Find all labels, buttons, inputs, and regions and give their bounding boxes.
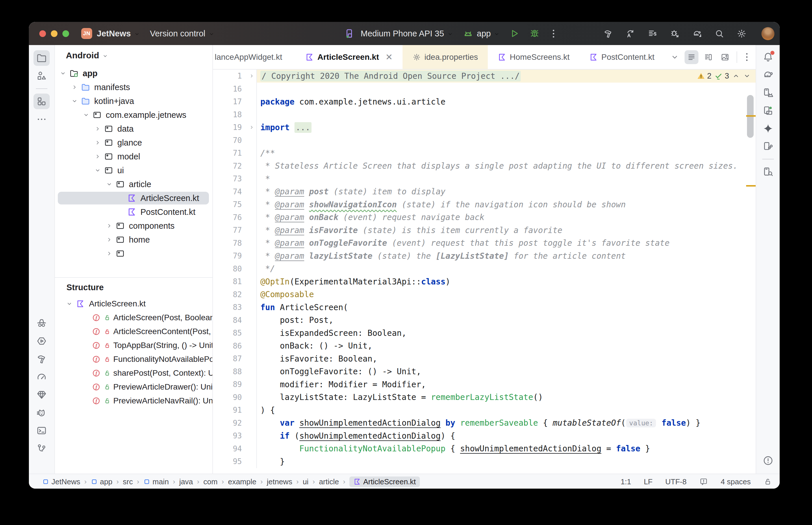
preview-toggle-button[interactable] xyxy=(718,50,732,64)
apply-changes-button[interactable] xyxy=(624,27,637,40)
tree-item-article[interactable]: article xyxy=(55,177,212,191)
structure-grid-button[interactable] xyxy=(33,93,50,109)
status-item-1:1[interactable]: 1:1 xyxy=(621,477,631,486)
debug-button[interactable] xyxy=(528,27,541,40)
breadcrumb-item-jetnews[interactable]: jetnews xyxy=(267,477,292,486)
tree-item-com.example.jetnews[interactable]: com.example.jetnews xyxy=(55,108,212,122)
tree-item-glance[interactable]: glance xyxy=(55,136,212,150)
gemini-star-button[interactable] xyxy=(760,121,776,136)
tree-item-PostContent.kt[interactable]: PostContent.kt xyxy=(55,205,212,219)
logcat-cat-button[interactable] xyxy=(33,405,50,420)
gradle-elephant-button[interactable] xyxy=(760,67,776,82)
run-button[interactable] xyxy=(508,27,521,40)
project-view-selector[interactable]: Android xyxy=(55,45,212,66)
fold-chevron-icon[interactable] xyxy=(249,124,254,130)
git-branch-button[interactable] xyxy=(33,441,50,456)
status-item-LF[interactable]: LF xyxy=(644,477,652,486)
profiler-lines-button[interactable] xyxy=(646,27,659,40)
device-explorer-button[interactable] xyxy=(760,164,776,180)
notify-bubble-icon[interactable] xyxy=(699,477,708,486)
tree-item-data[interactable]: data xyxy=(55,122,212,136)
attach-debugger-button[interactable] xyxy=(668,27,681,40)
chevron-down-icon[interactable] xyxy=(82,111,90,118)
run-configuration-selector[interactable]: app xyxy=(462,27,500,40)
code-editor[interactable]: 1/ Copyright 2020 The Android Open Sourc… xyxy=(213,70,756,474)
structure-item[interactable]: fPreviewArticleDrawer(): Unit xyxy=(55,380,212,394)
chevron-right-icon[interactable] xyxy=(94,153,102,160)
device-manager-button[interactable] xyxy=(760,85,776,101)
device-selector[interactable]: Medium Phone API 35 xyxy=(343,27,453,40)
chevron-down-icon[interactable] xyxy=(71,97,78,105)
device-mirroring-button[interactable] xyxy=(760,139,776,154)
structure-item[interactable]: fArticleScreen(Post, Boolean, xyxy=(55,311,212,325)
breadcrumb-item-java[interactable]: java xyxy=(179,477,193,486)
build-hammer-button[interactable] xyxy=(602,27,614,40)
tree-item-ArticleScreen.kt[interactable]: ArticleScreen.kt xyxy=(55,191,212,205)
tab-idea.properties[interactable]: idea.properties xyxy=(402,45,488,69)
terminal-button[interactable] xyxy=(33,423,50,438)
tab-PostContent.kt[interactable]: PostContent.kt xyxy=(579,45,664,69)
running-devices-button[interactable] xyxy=(760,103,776,118)
tab-list-dropdown-button[interactable] xyxy=(668,50,682,64)
warning-stripe-mark[interactable] xyxy=(746,115,756,117)
project-logo[interactable]: JN xyxy=(81,28,92,39)
more-actions-button[interactable] xyxy=(548,30,558,38)
chevron-down-icon[interactable] xyxy=(65,300,73,307)
next-issue-button[interactable] xyxy=(743,72,751,80)
chevron-right-icon[interactable] xyxy=(105,236,113,243)
chevron-right-icon[interactable] xyxy=(105,250,113,257)
tab-HomeScreens.kt[interactable]: HomeScreens.kt xyxy=(488,45,579,69)
chevron-down-icon[interactable] xyxy=(94,167,102,174)
window-controls[interactable] xyxy=(39,30,69,37)
structure-item[interactable]: fTopAppBar(String, () -> Unit, xyxy=(55,339,212,352)
tab-lanceAppWidget.kt[interactable]: lanceAppWidget.kt xyxy=(213,45,295,69)
zoom-window-button[interactable] xyxy=(62,30,69,37)
app-insights-diamond-button[interactable] xyxy=(33,387,50,403)
structure-item[interactable]: fsharePost(Post, Context): Un xyxy=(55,366,212,380)
warning-stripe-mark[interactable] xyxy=(746,185,756,186)
services-hex-play-button[interactable] xyxy=(33,333,50,349)
tree-item-model[interactable]: model xyxy=(55,150,212,163)
user-avatar[interactable] xyxy=(762,27,774,40)
resource-shapes-button[interactable] xyxy=(33,68,50,84)
status-item-4 spaces[interactable]: 4 spaces xyxy=(721,477,751,486)
tree-item-manifests[interactable]: manifests xyxy=(55,80,212,94)
problems-info-button[interactable] xyxy=(760,453,776,468)
structure-item[interactable]: fFunctionalityNotAvailablePop xyxy=(55,352,212,366)
app-inspection-spy-button[interactable] xyxy=(33,315,50,331)
close-window-button[interactable] xyxy=(39,30,46,37)
settings-gear-button[interactable] xyxy=(735,27,748,40)
chevron-right-icon[interactable] xyxy=(94,139,102,146)
search-button[interactable] xyxy=(713,27,726,40)
editor-more-button[interactable] xyxy=(742,53,752,61)
breadcrumb-item-app[interactable]: app xyxy=(91,477,113,486)
structure-item[interactable]: fArticleScreenContent(Post, () xyxy=(55,325,212,339)
tab-ArticleScreen.kt[interactable]: ArticleScreen.kt✕ xyxy=(295,45,402,69)
gradle-sync-button[interactable] xyxy=(691,27,703,40)
breadcrumb-item-main[interactable]: main xyxy=(143,477,169,486)
breadcrumb[interactable]: JetNews›app›src›main›java›com›example›je… xyxy=(42,477,420,487)
status-item-UTF-8[interactable]: UTF-8 xyxy=(665,477,686,486)
breadcrumb-item-ArticleScreen.kt[interactable]: ArticleScreen.kt xyxy=(349,477,420,487)
project-name-menu[interactable]: JetNews xyxy=(97,29,131,39)
breadcrumb-item-JetNews[interactable]: JetNews xyxy=(42,477,80,486)
structure-item[interactable]: fPreviewArticleNavRail(): Unit xyxy=(55,394,212,408)
fold-chevron-icon[interactable] xyxy=(249,73,254,79)
profiler-gauge-button[interactable] xyxy=(33,369,50,385)
chevron-down-icon[interactable] xyxy=(59,70,67,77)
structure-list[interactable]: ArticleScreen.ktfArticleScreen(Post, Boo… xyxy=(55,297,212,474)
breadcrumb-item-example[interactable]: example xyxy=(228,477,256,486)
notifications-bell-button[interactable] xyxy=(760,49,776,65)
tree-item-kotlin+java[interactable]: kotlin+java xyxy=(55,94,212,108)
chevron-right-icon[interactable] xyxy=(105,222,113,229)
split-editor-button[interactable] xyxy=(701,50,715,64)
project-tree[interactable]: appmanifestskotlin+javacom.example.jetne… xyxy=(55,66,212,277)
build-hammer-button[interactable] xyxy=(33,351,50,367)
breadcrumb-item-src[interactable]: src xyxy=(123,477,133,486)
tree-item-ui[interactable]: ui xyxy=(55,163,212,177)
close-tab-icon[interactable]: ✕ xyxy=(385,52,393,62)
chevron-right-icon[interactable] xyxy=(71,84,78,91)
chevron-down-icon[interactable] xyxy=(105,181,113,188)
tree-item-components[interactable]: components xyxy=(55,219,212,233)
inspection-widget[interactable]: 23 xyxy=(697,70,751,82)
